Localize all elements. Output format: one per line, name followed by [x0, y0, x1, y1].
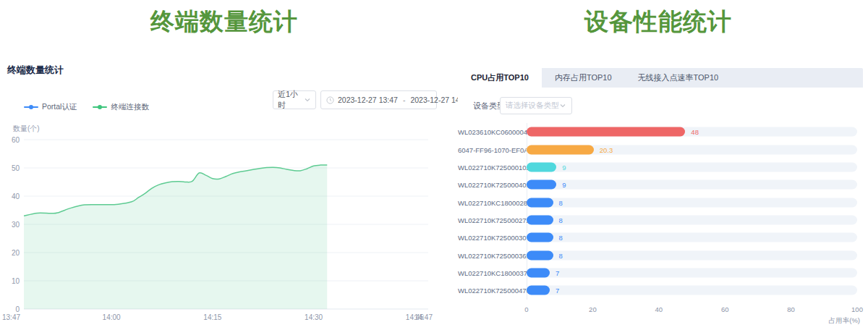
bar-row: WL022710K7250004099: [458, 176, 863, 193]
bar-row: WL022710K7250004707: [458, 282, 863, 299]
svg-text:10: 10: [12, 277, 20, 285]
bar[interactable]: [527, 162, 556, 172]
legend-marker-icon: [24, 104, 38, 110]
bar-label: 6047-FF96-1070-EF0A: [458, 145, 522, 153]
bar-track: [527, 162, 857, 172]
bar[interactable]: [527, 250, 553, 260]
legend-marker-icon: [93, 104, 107, 110]
svg-text:20: 20: [12, 249, 20, 257]
svg-text:50: 50: [12, 164, 20, 172]
svg-text:14:00: 14:00: [103, 313, 121, 321]
svg-text:0: 0: [15, 305, 20, 313]
time-range-value: 近1小时: [278, 89, 304, 111]
device-type-placeholder: 请选择设备类型: [506, 101, 559, 111]
bar[interactable]: [527, 286, 550, 295]
bar-value-label: 48: [691, 128, 699, 136]
bar-label: WL022710K725000409: [458, 181, 522, 189]
date-start: 2023-12-27 13:47: [338, 96, 398, 104]
legend-label: Portal认证: [42, 102, 77, 112]
bar-row: WL023610KC0600004348: [458, 123, 863, 140]
bar-value-label: 7: [556, 287, 559, 295]
bar-value-label: 8: [559, 251, 563, 259]
bar[interactable]: [527, 268, 550, 277]
svg-text:60: 60: [12, 136, 20, 144]
y-axis-title: 数量(个): [13, 124, 40, 134]
chevron-down-icon: [559, 102, 566, 109]
x-axis-tick: 80: [787, 305, 795, 313]
svg-text:14:30: 14:30: [305, 313, 323, 321]
bar-value-label: 9: [562, 181, 566, 189]
time-range-select[interactable]: 近1小时: [273, 90, 316, 109]
bar-value-label: 20.3: [600, 145, 613, 153]
bar[interactable]: [527, 180, 556, 190]
device-performance-card: CPU占用TOP10内存占用TOP10无线接入点速率TOP10 设备类型 请选择…: [458, 68, 863, 330]
bar[interactable]: [527, 198, 553, 207]
bar-value-label: 8: [559, 198, 563, 206]
bar-label: WL022710K725000369: [458, 251, 522, 259]
clock-icon: [326, 96, 334, 104]
bar[interactable]: [527, 215, 553, 224]
legend-label: 终端连接数: [111, 102, 149, 112]
chart-legend: Portal认证终端连接数: [24, 102, 149, 112]
bar[interactable]: [527, 145, 594, 154]
bar-label: WL023610KC06000043: [458, 128, 522, 136]
x-axis-tick: 0: [524, 305, 528, 313]
bar-track: [527, 215, 857, 224]
bar-row: WL022710KC180003727: [458, 264, 863, 282]
x-axis-tick: 20: [589, 305, 597, 313]
bar-label: WL022710KC18000372: [458, 268, 522, 276]
bar-track: [527, 250, 857, 260]
bar-value-label: 8: [559, 216, 563, 224]
bar-value-label: 8: [559, 234, 563, 242]
x-axis-tick: 60: [721, 305, 729, 313]
bar-row: WL022710KC180002808: [458, 193, 863, 211]
bar-row: WL022710K7250003078: [458, 229, 863, 246]
bar-track: [527, 180, 857, 190]
bar-value-label: 7: [556, 268, 559, 276]
svg-text:30: 30: [12, 221, 20, 229]
bar-track: [527, 268, 857, 277]
bar-value-label: 9: [562, 163, 566, 171]
bar-row: WL022710K7250001029: [458, 158, 863, 176]
bar[interactable]: [527, 127, 685, 137]
svg-text:14:47: 14:47: [414, 313, 433, 321]
bar-row: WL022710K7250002728: [458, 211, 863, 229]
bar-track: [527, 233, 857, 242]
dashboard: 终端数量统计 设备性能统计 终端数量统计 近1小时 2023-12-27 13:…: [0, 0, 868, 330]
svg-text:40: 40: [12, 192, 20, 200]
bar-chart-x-axis-label: 占用率(%): [829, 316, 860, 326]
tab-bar: CPU占用TOP10内存占用TOP10无线接入点速率TOP10: [458, 68, 863, 88]
bar-label: WL022710K725000470: [458, 287, 522, 295]
tab-1[interactable]: 内存占用TOP10: [542, 68, 625, 88]
terminal-section-title: 终端数量统计: [0, 6, 448, 38]
terminal-panel-title: 终端数量统计: [7, 64, 64, 77]
device-section-title: 设备性能统计: [448, 6, 868, 38]
bar-label: WL022710K725000102: [458, 163, 522, 171]
bar-chart-x-axis: 020406080100: [458, 305, 863, 314]
bar-row: 6047-FF96-1070-EF0A20.3: [458, 140, 863, 158]
legend-item-0[interactable]: Portal认证: [24, 102, 77, 112]
tab-2[interactable]: 无线接入点速率TOP10: [625, 68, 732, 88]
svg-text:14:15: 14:15: [203, 313, 221, 321]
bar-track: [527, 198, 857, 207]
cpu-top10-bar-chart: WL023610KC06000043486047-FF96-1070-EF0A2…: [458, 123, 863, 299]
legend-item-1[interactable]: 终端连接数: [93, 102, 149, 112]
bar-label: WL022710K725000272: [458, 216, 522, 224]
terminal-line-chart[interactable]: 010203040506013:4714:0014:1514:3014:4514…: [0, 135, 448, 330]
chevron-down-icon: [304, 96, 311, 103]
bar-label: WL022710K725000307: [458, 234, 522, 242]
bar[interactable]: [527, 233, 553, 242]
x-axis-tick: 100: [851, 305, 863, 313]
date-separator: -: [401, 96, 407, 104]
device-type-select[interactable]: 请选择设备类型: [500, 97, 572, 114]
bar-track: [527, 286, 857, 295]
svg-text:13:47: 13:47: [2, 313, 20, 321]
bar-label: WL022710KC18000280: [458, 198, 522, 206]
x-axis-tick: 40: [655, 305, 663, 313]
bar-row: WL022710K7250003698: [458, 246, 863, 263]
tab-0[interactable]: CPU占用TOP10: [458, 68, 542, 88]
date-range-picker[interactable]: 2023-12-27 13:47 - 2023-12-27 14:47: [320, 90, 437, 109]
